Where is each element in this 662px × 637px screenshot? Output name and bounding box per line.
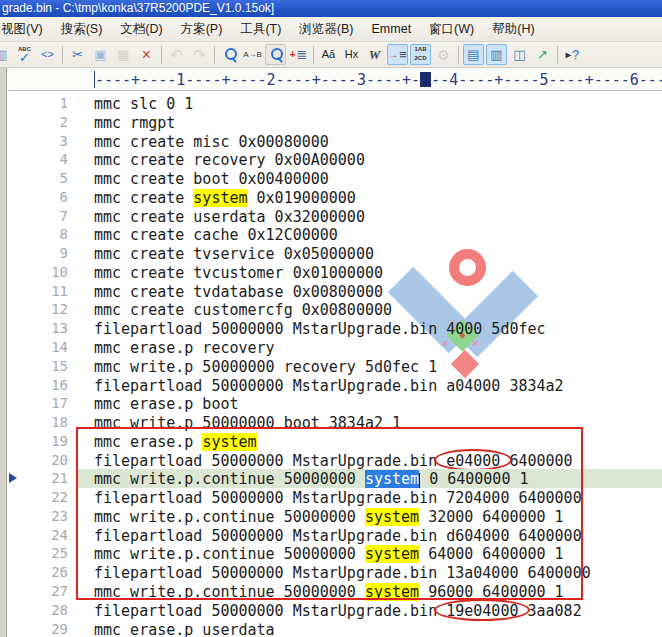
hex-view-icon[interactable]: Hx [341, 44, 362, 65]
line-number: 20 [0, 452, 68, 468]
code-line-2[interactable]: 2mmc rmgpt [0, 113, 662, 132]
line-text: filepartload 50000000 MstarUpgrade.bin d… [94, 527, 582, 545]
code-line-16[interactable]: 16filepartload 50000000 MstarUpgrade.bin… [0, 376, 662, 395]
line-text: mmc create boot 0x00400000 [94, 170, 329, 188]
line-number: 29 [0, 621, 68, 637]
menu-item-8[interactable]: 窗口(W) [420, 17, 483, 41]
code-line-18[interactable]: 18mmc write.p 50000000 boot 3834a2 1 [0, 413, 662, 432]
code-line-17[interactable]: 17mmc erase.p boot [0, 394, 662, 413]
line-text: mmc write.p.continue 50000000 system 640… [94, 545, 564, 563]
toolbar-separator [62, 46, 63, 64]
special-symbols-icon[interactable]: →≡ [387, 44, 408, 65]
code-line-1[interactable]: 1mmc slc 0 1 [0, 94, 662, 113]
menu-item-4[interactable]: 方案(P) [172, 17, 232, 41]
line-text: mmc create misc 0x00080000 [94, 133, 329, 151]
delete-icon[interactable]: × [136, 44, 157, 65]
code-line-23[interactable]: 23mmc write.p.continue 50000000 system 3… [0, 507, 662, 526]
change-case-icon[interactable]: Aā [318, 44, 339, 65]
print-icon[interactable]: ▥ [0, 44, 12, 65]
replace-icon[interactable]: A→B [242, 44, 263, 65]
title-bar: grade.bin - C:\tmp\konka\37R5200PDE_V1.0… [0, 0, 662, 17]
code-line-3[interactable]: 3mmc create misc 0x00080000 [0, 132, 662, 151]
menu-item-1[interactable]: 视图(V) [0, 17, 52, 41]
context-help-icon[interactable]: ▸? [562, 44, 583, 65]
line-text: filepartload 50000000 MstarUpgrade.bin a… [94, 377, 564, 395]
code-line-9[interactable]: 9mmc create tvservice 0x05000000 [0, 244, 662, 263]
line-number: 18 [0, 414, 68, 430]
code-line-19[interactable]: 19mmc erase.p system [0, 432, 662, 451]
line-numbers-icon[interactable]: 1AB2CD [410, 44, 431, 65]
html-code-icon[interactable]: <> [37, 44, 58, 65]
yellow-highlight: system [202, 433, 256, 451]
line-text: mmc write.p.continue 50000000 system 320… [94, 508, 564, 526]
code-line-13[interactable]: 13filepartload 50000000 MstarUpgrade.bin… [0, 319, 662, 338]
line-number: 11 [0, 283, 68, 299]
toolbar-separator [161, 46, 162, 64]
cursor-column-indicator [420, 72, 431, 87]
menu-item-7[interactable]: Emmet [363, 17, 421, 41]
spellcheck-icon[interactable]: ABC✓ [14, 44, 35, 65]
line-text: mmc write.p.continue 50000000 system 960… [94, 583, 564, 601]
line-number: 26 [0, 564, 68, 580]
line-number: 17 [0, 395, 68, 411]
find-in-files-icon[interactable] [265, 44, 286, 65]
code-area[interactable]: ※ × × 1mmc slc 0 12mmc rmgpt3mmc create … [0, 91, 662, 637]
line-number: 5 [0, 170, 68, 186]
code-line-26[interactable]: 26filepartload 50000000 MstarUpgrade.bin… [0, 563, 662, 582]
cut-icon[interactable]: ✂ [67, 44, 88, 65]
goto-line-icon[interactable]: +≣ [288, 44, 309, 65]
code-line-14[interactable]: 14mmc erase.p recovery [0, 338, 662, 357]
code-line-29[interactable]: 29mmc erase.p userdata [0, 620, 662, 637]
line-text: mmc write.p 50000000 recovery 5d0fec 1 [94, 358, 437, 376]
line-text: mmc erase.p recovery [94, 339, 275, 357]
line-number: 1 [0, 95, 68, 111]
code-line-24[interactable]: 24filepartload 50000000 MstarUpgrade.bin… [0, 526, 662, 545]
copy-icon[interactable]: ▣ [90, 44, 111, 65]
undo-icon[interactable]: ↶ [166, 44, 187, 65]
line-number: 2 [0, 114, 68, 130]
menu-item-6[interactable]: 浏览器(B) [290, 17, 362, 41]
line-number: 22 [0, 489, 68, 505]
selected-text: system [365, 470, 419, 488]
menu-bar: 视图(V)搜索(S)文档(D)方案(P)工具(T)浏览器(B)Emmet窗口(W… [0, 17, 662, 42]
menu-item-5[interactable]: 工具(T) [231, 17, 290, 41]
code-line-22[interactable]: 22filepartload 50000000 MstarUpgrade.bin… [0, 488, 662, 507]
paste-icon[interactable]: ▦ [113, 44, 134, 65]
word-wrap-icon[interactable]: W [364, 44, 385, 65]
code-line-4[interactable]: 4mmc create recovery 0x00A00000 [0, 150, 662, 169]
line-text: mmc erase.p boot [94, 395, 239, 413]
code-line-11[interactable]: 11mmc create tvdatabase 0x00800000 [0, 282, 662, 301]
line-number: 16 [0, 377, 68, 393]
code-line-25[interactable]: 25mmc write.p.continue 50000000 system 6… [0, 544, 662, 563]
menu-item-2[interactable]: 搜索(S) [52, 17, 112, 41]
code-line-12[interactable]: 12mmc create customercfg 0x00800000 [0, 300, 662, 319]
outline-panel-icon[interactable]: ▤ [463, 44, 484, 65]
line-number: 9 [0, 245, 68, 261]
line-text: mmc erase.p userdata [94, 621, 275, 637]
line-text: filepartload 50000000 MstarUpgrade.bin 1… [94, 602, 582, 620]
code-line-8[interactable]: 8mmc create cache 0x12C00000 [0, 225, 662, 244]
code-line-6[interactable]: 6mmc create system 0x019000000 [0, 188, 662, 207]
open-external-icon[interactable]: ↗ [532, 44, 553, 65]
toolbar: ▥ABC✓<>✂▣▦×↶↷A→B+≣AāHxW→≡1AB2CD⚙▤▥◫↗▸? [0, 42, 662, 68]
code-line-10[interactable]: 10mmc create tvcustomer 0x01000000 [0, 263, 662, 282]
menu-item-9[interactable]: 帮助(H) [483, 17, 543, 41]
menu-item-3[interactable]: 文档(D) [111, 17, 171, 41]
line-number: 24 [0, 527, 68, 543]
yellow-highlight: system [193, 189, 247, 207]
line-number: 7 [0, 208, 68, 224]
search-icon[interactable] [219, 44, 240, 65]
line-number: 23 [0, 508, 68, 524]
code-line-28[interactable]: 28filepartload 50000000 MstarUpgrade.bin… [0, 601, 662, 620]
code-line-5[interactable]: 5mmc create boot 0x00400000 [0, 169, 662, 188]
code-line-20[interactable]: 20filepartload 50000000 MstarUpgrade.bin… [0, 451, 662, 470]
code-line-7[interactable]: 7mmc create userdata 0x32000000 [0, 207, 662, 226]
split-panel-icon[interactable]: ▥ [486, 44, 507, 65]
browser-preview-icon[interactable]: ◫ [509, 44, 530, 65]
code-line-21[interactable]: 21mmc write.p.continue 50000000 system 0… [0, 469, 662, 488]
redo-icon[interactable]: ↷ [189, 44, 210, 65]
gear-icon[interactable]: ⚙ [433, 44, 454, 65]
toolbar-separator [313, 46, 314, 64]
code-line-15[interactable]: 15mmc write.p 50000000 recovery 5d0fec 1 [0, 357, 662, 376]
code-line-27[interactable]: 27mmc write.p.continue 50000000 system 9… [0, 582, 662, 601]
